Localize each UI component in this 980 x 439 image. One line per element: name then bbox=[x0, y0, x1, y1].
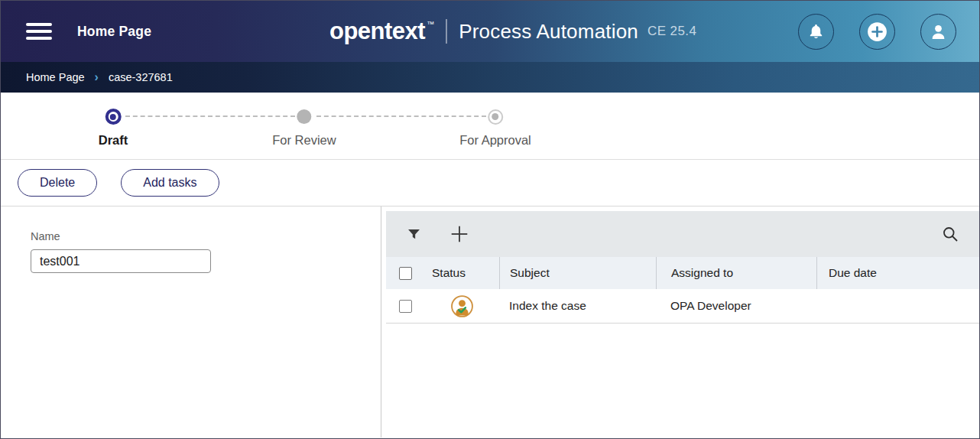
hamburger-menu-icon[interactable] bbox=[26, 23, 52, 40]
app-window: Home Page opentext ™ Process Automation … bbox=[0, 0, 980, 439]
hamburger-bar bbox=[26, 23, 52, 26]
step-active-dot-icon bbox=[105, 109, 121, 125]
case-actions-bar: Delete Add tasks bbox=[1, 160, 979, 206]
add-new-button[interactable] bbox=[859, 14, 895, 50]
product-version: CE 25.4 bbox=[647, 24, 696, 39]
task-table-header: Status Subject Assigned to Due date bbox=[386, 257, 979, 289]
task-subject[interactable]: Index the case bbox=[499, 299, 656, 313]
hamburger-bar bbox=[26, 37, 52, 40]
column-header-due-date[interactable]: Due date bbox=[816, 257, 979, 289]
select-all-checkbox[interactable] bbox=[399, 267, 412, 280]
row-checkbox[interactable] bbox=[399, 300, 412, 313]
hamburger-bar bbox=[26, 30, 52, 33]
case-stage-stepper: Draft For Review For Approval bbox=[1, 93, 979, 160]
case-details-panel: Name bbox=[1, 206, 381, 437]
header-action-buttons bbox=[798, 14, 956, 50]
search-icon[interactable] bbox=[941, 225, 959, 243]
column-header-status[interactable]: Status bbox=[424, 257, 499, 289]
bell-icon bbox=[807, 23, 825, 41]
name-field-label: Name bbox=[31, 230, 381, 242]
step-for-approval[interactable]: For Approval bbox=[459, 109, 531, 148]
step-label: For Review bbox=[272, 133, 336, 148]
step-pending-dot-icon bbox=[297, 109, 312, 124]
task-list-toolbar bbox=[386, 211, 979, 257]
table-row[interactable]: Index the case OPA Developer bbox=[386, 289, 979, 324]
add-tasks-button[interactable]: Add tasks bbox=[121, 169, 219, 197]
notifications-button[interactable] bbox=[798, 14, 834, 50]
step-draft[interactable]: Draft bbox=[99, 109, 128, 148]
top-header: Home Page opentext ™ Process Automation … bbox=[1, 1, 979, 62]
product-name: Process Automation bbox=[459, 20, 638, 44]
user-profile-button[interactable] bbox=[920, 14, 956, 50]
step-for-review[interactable]: For Review bbox=[272, 109, 336, 148]
step-pending-outlined-dot-icon bbox=[488, 109, 503, 125]
assigned-user-check-icon bbox=[450, 294, 474, 318]
step-label: Draft bbox=[99, 133, 128, 148]
task-list-panel: Status Subject Assigned to Due date bbox=[381, 206, 979, 437]
breadcrumb-home[interactable]: Home Page bbox=[26, 71, 85, 83]
plus-circle-icon bbox=[867, 21, 888, 42]
breadcrumb: Home Page › case-327681 bbox=[1, 62, 979, 93]
logo-divider bbox=[446, 19, 447, 44]
trademark-symbol: ™ bbox=[427, 20, 434, 28]
content-area: Name bbox=[1, 206, 979, 437]
column-header-assigned-to[interactable]: Assigned to bbox=[656, 257, 816, 289]
brand-logo-text: opentext bbox=[329, 18, 425, 45]
task-assigned-to: OPA Developer bbox=[656, 299, 816, 313]
breadcrumb-case: case-327681 bbox=[109, 71, 173, 83]
add-task-icon[interactable] bbox=[449, 224, 469, 244]
name-field[interactable] bbox=[31, 249, 211, 273]
column-header-subject[interactable]: Subject bbox=[499, 257, 656, 289]
user-icon bbox=[929, 22, 948, 41]
chevron-right-icon: › bbox=[95, 70, 99, 84]
filter-icon[interactable] bbox=[406, 226, 422, 242]
step-label: For Approval bbox=[459, 133, 531, 148]
stepper-connector bbox=[125, 115, 295, 117]
delete-button[interactable]: Delete bbox=[18, 169, 97, 197]
page-title: Home Page bbox=[77, 24, 151, 40]
product-logo: opentext ™ Process Automation CE 25.4 bbox=[329, 18, 696, 45]
